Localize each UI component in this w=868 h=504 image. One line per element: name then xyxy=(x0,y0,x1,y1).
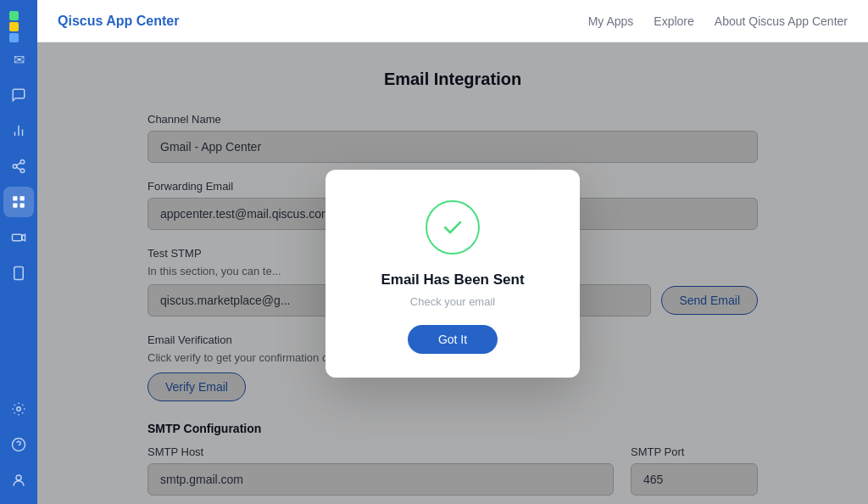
share-icon[interactable] xyxy=(3,151,34,182)
modal-title: Email Has Been Sent xyxy=(381,272,524,288)
svg-point-15 xyxy=(17,407,21,412)
help-icon[interactable] xyxy=(3,429,34,460)
app-title: Qiscus App Center xyxy=(58,14,588,29)
logo-dot-1 xyxy=(9,11,19,20)
settings-icon[interactable] xyxy=(3,394,34,424)
topnav: Qiscus App Center My Apps Explore About … xyxy=(37,0,868,42)
svg-point-18 xyxy=(16,475,21,480)
svg-rect-8 xyxy=(13,196,17,200)
success-modal: Email Has Been Sent Check your email Got… xyxy=(326,170,580,378)
svg-rect-9 xyxy=(20,196,25,200)
content-area: Email Integration Channel Name Forwardin… xyxy=(37,42,868,504)
mail-icon[interactable]: ✉ xyxy=(3,44,34,75)
svg-point-3 xyxy=(20,160,25,165)
logo xyxy=(7,8,31,32)
chat-icon[interactable] xyxy=(3,80,34,110)
nav-explore[interactable]: Explore xyxy=(654,14,693,28)
success-icon-circle xyxy=(426,200,480,255)
svg-rect-11 xyxy=(20,204,25,208)
sidebar: ✉ xyxy=(0,0,37,504)
mobile-icon[interactable] xyxy=(3,258,34,288)
checkmark-icon xyxy=(441,216,465,239)
logo-dot-3 xyxy=(9,33,19,42)
chart-icon[interactable] xyxy=(3,115,34,146)
svg-line-6 xyxy=(16,167,20,170)
profile-icon[interactable] xyxy=(3,465,34,496)
video-icon[interactable] xyxy=(3,222,34,253)
got-it-button[interactable]: Got It xyxy=(408,325,498,354)
svg-point-4 xyxy=(13,165,17,169)
svg-rect-12 xyxy=(13,234,22,241)
modal-subtitle: Check your email xyxy=(410,295,495,308)
nav-about[interactable]: About Qiscus App Center xyxy=(715,14,848,28)
svg-point-5 xyxy=(20,169,25,173)
svg-rect-10 xyxy=(13,204,17,208)
apps-icon[interactable] xyxy=(3,187,34,217)
svg-line-7 xyxy=(16,163,20,165)
modal-overlay: Email Has Been Sent Check your email Got… xyxy=(37,42,868,504)
logo-dot-2 xyxy=(9,22,19,31)
nav-links: My Apps Explore About Qiscus App Center xyxy=(588,14,848,28)
main-area: Qiscus App Center My Apps Explore About … xyxy=(37,0,868,504)
nav-my-apps[interactable]: My Apps xyxy=(588,14,634,28)
